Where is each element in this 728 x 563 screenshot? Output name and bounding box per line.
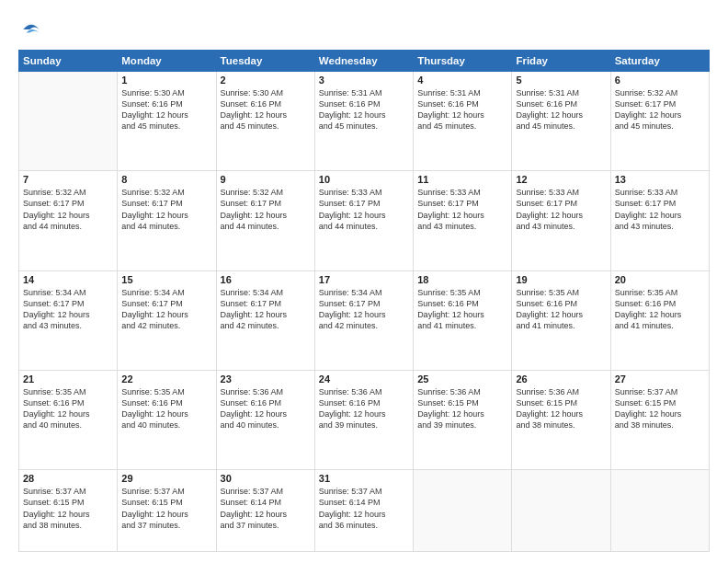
day-number: 19: [516, 274, 606, 285]
calendar-cell: 8Sunrise: 5:32 AM Sunset: 6:17 PM Daylig…: [118, 171, 216, 270]
day-info: Sunrise: 5:33 AM Sunset: 6:17 PM Dayligh…: [417, 187, 507, 232]
calendar-cell: 4Sunrise: 5:31 AM Sunset: 6:16 PM Daylig…: [414, 72, 512, 171]
week-row: 28Sunrise: 5:37 AM Sunset: 6:15 PM Dayli…: [19, 470, 710, 552]
calendar-header-row: SundayMondayTuesdayWednesdayThursdayFrid…: [19, 51, 710, 72]
calendar-cell: 27Sunrise: 5:37 AM Sunset: 6:15 PM Dayli…: [610, 370, 709, 469]
page: SundayMondayTuesdayWednesdayThursdayFrid…: [0, 0, 728, 563]
header: [18, 17, 710, 42]
calendar-cell: 7Sunrise: 5:32 AM Sunset: 6:17 PM Daylig…: [19, 171, 118, 270]
day-info: Sunrise: 5:34 AM Sunset: 6:17 PM Dayligh…: [121, 287, 211, 332]
day-info: Sunrise: 5:33 AM Sunset: 6:17 PM Dayligh…: [516, 187, 606, 232]
day-info: Sunrise: 5:37 AM Sunset: 6:14 PM Dayligh…: [221, 486, 311, 531]
day-number: 28: [23, 473, 113, 484]
day-info: Sunrise: 5:35 AM Sunset: 6:16 PM Dayligh…: [23, 386, 113, 431]
calendar-cell: [512, 470, 610, 552]
day-number: 1: [121, 75, 211, 86]
day-number: 14: [23, 274, 113, 285]
calendar-cell: 11Sunrise: 5:33 AM Sunset: 6:17 PM Dayli…: [414, 171, 512, 270]
calendar-cell: 26Sunrise: 5:36 AM Sunset: 6:15 PM Dayli…: [512, 370, 610, 469]
day-info: Sunrise: 5:36 AM Sunset: 6:15 PM Dayligh…: [417, 386, 507, 431]
day-info: Sunrise: 5:34 AM Sunset: 6:17 PM Dayligh…: [319, 287, 409, 332]
day-info: Sunrise: 5:32 AM Sunset: 6:17 PM Dayligh…: [615, 87, 705, 132]
day-number: 29: [121, 473, 211, 484]
weekday-header: Saturday: [610, 51, 709, 72]
calendar-cell: 25Sunrise: 5:36 AM Sunset: 6:15 PM Dayli…: [414, 370, 512, 469]
calendar-cell: 29Sunrise: 5:37 AM Sunset: 6:15 PM Dayli…: [118, 470, 216, 552]
day-info: Sunrise: 5:32 AM Sunset: 6:17 PM Dayligh…: [221, 187, 311, 232]
day-number: 18: [417, 274, 507, 285]
week-row: 7Sunrise: 5:32 AM Sunset: 6:17 PM Daylig…: [19, 171, 710, 270]
day-info: Sunrise: 5:36 AM Sunset: 6:16 PM Dayligh…: [221, 386, 311, 431]
day-info: Sunrise: 5:35 AM Sunset: 6:16 PM Dayligh…: [121, 386, 211, 431]
weekday-header: Monday: [118, 51, 216, 72]
calendar-cell: 16Sunrise: 5:34 AM Sunset: 6:17 PM Dayli…: [216, 270, 314, 370]
calendar-cell: 31Sunrise: 5:37 AM Sunset: 6:14 PM Dayli…: [314, 470, 413, 552]
day-info: Sunrise: 5:37 AM Sunset: 6:15 PM Dayligh…: [615, 386, 705, 431]
day-number: 12: [516, 174, 606, 185]
weekday-header: Sunday: [19, 51, 118, 72]
calendar-cell: 22Sunrise: 5:35 AM Sunset: 6:16 PM Dayli…: [118, 370, 216, 469]
day-info: Sunrise: 5:30 AM Sunset: 6:16 PM Dayligh…: [121, 87, 211, 132]
calendar-cell: 30Sunrise: 5:37 AM Sunset: 6:14 PM Dayli…: [216, 470, 314, 552]
day-number: 31: [319, 473, 409, 484]
calendar-cell: 17Sunrise: 5:34 AM Sunset: 6:17 PM Dayli…: [314, 270, 413, 370]
day-number: 9: [221, 174, 311, 185]
day-info: Sunrise: 5:32 AM Sunset: 6:17 PM Dayligh…: [23, 187, 113, 232]
day-info: Sunrise: 5:31 AM Sunset: 6:16 PM Dayligh…: [516, 87, 606, 132]
day-number: 2: [221, 75, 311, 86]
calendar-cell: 18Sunrise: 5:35 AM Sunset: 6:16 PM Dayli…: [414, 270, 512, 370]
calendar-table: SundayMondayTuesdayWednesdayThursdayFrid…: [18, 50, 710, 552]
day-number: 10: [319, 174, 409, 185]
day-info: Sunrise: 5:37 AM Sunset: 6:14 PM Dayligh…: [319, 486, 409, 531]
calendar-cell: 13Sunrise: 5:33 AM Sunset: 6:17 PM Dayli…: [610, 171, 709, 270]
day-info: Sunrise: 5:34 AM Sunset: 6:17 PM Dayligh…: [221, 287, 311, 332]
day-number: 11: [417, 174, 507, 185]
day-info: Sunrise: 5:37 AM Sunset: 6:15 PM Dayligh…: [23, 486, 113, 531]
calendar-cell: 10Sunrise: 5:33 AM Sunset: 6:17 PM Dayli…: [314, 171, 413, 270]
calendar-cell: 19Sunrise: 5:35 AM Sunset: 6:16 PM Dayli…: [512, 270, 610, 370]
day-number: 3: [319, 75, 409, 86]
day-number: 25: [417, 373, 507, 385]
svg-rect-0: [18, 17, 44, 42]
day-number: 23: [221, 373, 311, 385]
day-info: Sunrise: 5:36 AM Sunset: 6:15 PM Dayligh…: [516, 386, 606, 431]
weekday-header: Friday: [512, 51, 610, 72]
day-info: Sunrise: 5:31 AM Sunset: 6:16 PM Dayligh…: [319, 87, 409, 132]
day-number: 5: [516, 75, 606, 86]
logo-icon: [18, 17, 44, 42]
week-row: 1Sunrise: 5:30 AM Sunset: 6:16 PM Daylig…: [19, 72, 710, 171]
calendar-cell: 20Sunrise: 5:35 AM Sunset: 6:16 PM Dayli…: [610, 270, 709, 370]
day-info: Sunrise: 5:35 AM Sunset: 6:16 PM Dayligh…: [615, 287, 705, 332]
day-number: 17: [319, 274, 409, 285]
day-number: 26: [516, 373, 606, 385]
weekday-header: Tuesday: [216, 51, 314, 72]
day-info: Sunrise: 5:32 AM Sunset: 6:17 PM Dayligh…: [121, 187, 211, 232]
day-number: 24: [319, 373, 409, 385]
calendar-cell: 1Sunrise: 5:30 AM Sunset: 6:16 PM Daylig…: [118, 72, 216, 171]
day-number: 21: [23, 373, 113, 385]
weekday-header: Thursday: [414, 51, 512, 72]
calendar-cell: 15Sunrise: 5:34 AM Sunset: 6:17 PM Dayli…: [118, 270, 216, 370]
day-number: 30: [221, 473, 311, 484]
logo: [18, 17, 48, 42]
day-info: Sunrise: 5:37 AM Sunset: 6:15 PM Dayligh…: [121, 486, 211, 531]
day-info: Sunrise: 5:30 AM Sunset: 6:16 PM Dayligh…: [221, 87, 311, 132]
calendar-cell: 28Sunrise: 5:37 AM Sunset: 6:15 PM Dayli…: [19, 470, 118, 552]
day-info: Sunrise: 5:35 AM Sunset: 6:16 PM Dayligh…: [417, 287, 507, 332]
calendar-cell: [19, 72, 118, 171]
calendar-cell: 24Sunrise: 5:36 AM Sunset: 6:16 PM Dayli…: [314, 370, 413, 469]
day-number: 7: [23, 174, 113, 185]
calendar-cell: 9Sunrise: 5:32 AM Sunset: 6:17 PM Daylig…: [216, 171, 314, 270]
day-info: Sunrise: 5:31 AM Sunset: 6:16 PM Dayligh…: [417, 87, 507, 132]
day-number: 6: [615, 75, 705, 86]
day-info: Sunrise: 5:34 AM Sunset: 6:17 PM Dayligh…: [23, 287, 113, 332]
calendar-cell: 3Sunrise: 5:31 AM Sunset: 6:16 PM Daylig…: [314, 72, 413, 171]
calendar-cell: [610, 470, 709, 552]
calendar-cell: 12Sunrise: 5:33 AM Sunset: 6:17 PM Dayli…: [512, 171, 610, 270]
day-info: Sunrise: 5:35 AM Sunset: 6:16 PM Dayligh…: [516, 287, 606, 332]
week-row: 14Sunrise: 5:34 AM Sunset: 6:17 PM Dayli…: [19, 270, 710, 370]
day-info: Sunrise: 5:33 AM Sunset: 6:17 PM Dayligh…: [615, 187, 705, 232]
day-number: 16: [221, 274, 311, 285]
day-number: 4: [417, 75, 507, 86]
calendar-cell: 6Sunrise: 5:32 AM Sunset: 6:17 PM Daylig…: [610, 72, 709, 171]
